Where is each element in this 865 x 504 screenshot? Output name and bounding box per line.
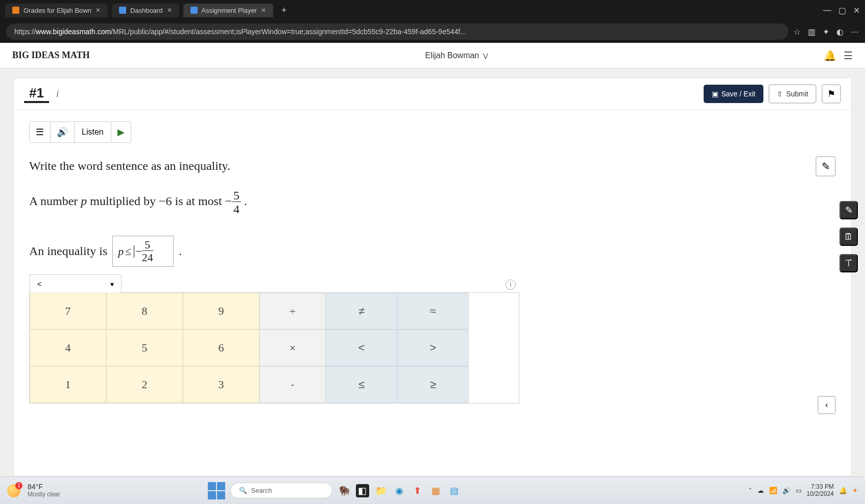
flag-icon: ⚑	[827, 88, 835, 99]
maximize-icon[interactable]: ▢	[838, 6, 846, 15]
star-icon[interactable]: ☆	[794, 27, 801, 37]
content-area: #1 i ▣ Save / Exit ⇧ Submit ⚑ ☰	[0, 68, 865, 476]
key-2[interactable]: 2	[106, 366, 183, 403]
scratchpad-button[interactable]: ✎	[815, 156, 836, 177]
url-prefix: https://	[14, 28, 36, 36]
pencil-icon: ✎	[822, 160, 830, 172]
key-ge[interactable]: ≥	[397, 366, 469, 403]
bell-icon[interactable]: 🔔	[824, 49, 836, 62]
question-body: ☰ 🔊 Listen ▶ ✎ Write the word sentence a…	[14, 110, 851, 415]
question-nav: #1 i ▣ Save / Exit ⇧ Submit ⚑	[14, 78, 851, 110]
prompt-fraction: 54	[232, 189, 241, 215]
new-tab-button[interactable]: +	[277, 5, 291, 16]
key-multiply[interactable]: ×	[259, 330, 326, 366]
fraction-denominator: 24	[142, 251, 153, 263]
highlighter-tool[interactable]: ✎	[839, 201, 858, 219]
question-panel: #1 i ▣ Save / Exit ⇧ Submit ⚑ ☰	[13, 78, 852, 476]
minimize-icon[interactable]: —	[823, 6, 831, 15]
close-icon[interactable]: ✕	[167, 7, 172, 14]
key-divide[interactable]: ÷	[259, 293, 326, 330]
start-button[interactable]	[208, 482, 225, 499]
fraction-numerator: 5	[142, 239, 153, 251]
clock[interactable]: 7:33 PM 10/2/2024	[807, 484, 834, 497]
key-ne[interactable]: ≠	[326, 293, 397, 330]
keypad-info-icon[interactable]: i	[506, 280, 516, 290]
extensions-icon[interactable]: ✦	[823, 27, 829, 37]
submit-button[interactable]: ⇧ Submit	[768, 84, 816, 104]
accessibility-tool[interactable]: ⊤̇	[839, 254, 858, 272]
reader-icon[interactable]: ▥	[808, 27, 815, 37]
profile-icon[interactable]: ◐	[836, 27, 844, 37]
windows-taskbar: 84°F Mostly clear 🔍 Search 🦬 ◧ 📁 ◉ ⬆ ▦ ▤…	[0, 476, 865, 504]
answer-sign: −	[135, 246, 141, 257]
key-9[interactable]: 9	[183, 293, 259, 330]
taskbar-search[interactable]: 🔍 Search	[230, 483, 332, 498]
key-6[interactable]: 6	[183, 330, 259, 366]
prompt-text: A number	[29, 194, 81, 208]
key-8[interactable]: 8	[106, 293, 183, 330]
key-approx[interactable]: ≈	[397, 293, 469, 330]
file-explorer-icon[interactable]: 📁	[374, 484, 388, 497]
prompt-line-2: A number p multiplied by −6 is at most −…	[29, 189, 836, 215]
wifi-icon[interactable]: 📶	[769, 487, 777, 494]
url-input[interactable]: https://www.bigideasmath.com/MRL/public/…	[6, 23, 788, 40]
close-icon[interactable]: ✕	[261, 7, 266, 14]
cloud-icon[interactable]: ☁	[757, 487, 764, 494]
submit-label: Submit	[786, 90, 808, 98]
browser-tab-grades[interactable]: Grades for Elijah Bown ✕	[5, 4, 108, 17]
listen-menu-button[interactable]: ☰	[29, 121, 51, 143]
keypad-tab[interactable]: < ▾	[30, 274, 122, 293]
menu-icon[interactable]: ⋯	[851, 27, 859, 37]
browser-tab-assignment[interactable]: Assignment Player ✕	[183, 4, 273, 17]
taskbar-app-1[interactable]: 🦬	[338, 484, 351, 497]
notes-tool[interactable]: 🗓	[839, 228, 858, 246]
math-keypad: < ▾ i 7 8 9 4 5 6 1 2 3 ÷ ×	[29, 292, 519, 404]
edge-icon[interactable]: ◉	[393, 484, 406, 497]
info-icon[interactable]: i	[56, 89, 59, 99]
keypad-tab-label: <	[37, 280, 41, 288]
key-3[interactable]: 3	[183, 366, 259, 403]
chevron-down-icon: ▾	[110, 280, 114, 288]
weather-widget[interactable]: 84°F Mostly clear	[28, 483, 60, 498]
close-icon[interactable]: ✕	[95, 7, 101, 14]
taskbar-app-4[interactable]: ▦	[429, 484, 443, 497]
taskbar-app-2[interactable]: ◧	[356, 484, 369, 497]
upload-icon: ⇧	[777, 90, 783, 98]
key-le[interactable]: ≤	[326, 366, 397, 403]
key-1[interactable]: 1	[30, 366, 106, 403]
temperature: 84°F	[28, 483, 60, 491]
key-5[interactable]: 5	[106, 330, 183, 366]
speaker-button[interactable]: 🔊	[51, 121, 75, 143]
chevron-down-icon: ⋁	[483, 52, 488, 59]
window-close-icon[interactable]: ✕	[853, 6, 860, 15]
collapse-keypad-button[interactable]: ‹	[818, 396, 836, 414]
flag-button[interactable]: ⚑	[822, 84, 841, 104]
question-number[interactable]: #1	[24, 85, 49, 103]
user-name: Elijah Bowman	[425, 51, 479, 60]
save-exit-button[interactable]: ▣ Save / Exit	[704, 85, 764, 103]
url-path: /MRL/public/app/#/student/assessment;isP…	[111, 28, 466, 36]
user-dropdown[interactable]: Elijah Bowman ⋁	[425, 51, 488, 60]
save-icon: ▣	[712, 90, 718, 98]
fraction-numerator: 5	[232, 189, 241, 202]
brand-logo[interactable]: BIG IDEAS MATH	[12, 50, 90, 61]
volume-icon[interactable]: 🔊	[782, 487, 790, 494]
key-minus[interactable]: -	[259, 366, 326, 403]
key-lt[interactable]: <	[326, 330, 397, 366]
key-7[interactable]: 7	[30, 293, 106, 330]
notification-icon[interactable]: 🔔	[839, 487, 847, 494]
browser-tab-dashboard[interactable]: Dashboard ✕	[112, 4, 179, 17]
app-menu-icon[interactable]: ☰	[844, 49, 853, 62]
key-gt[interactable]: >	[397, 330, 469, 366]
number-pad: 7 8 9 4 5 6 1 2 3	[30, 293, 259, 403]
key-4[interactable]: 4	[30, 330, 106, 366]
tray-chevron-icon[interactable]: ˄	[749, 487, 752, 494]
taskbar-app-3[interactable]: ⬆	[411, 484, 424, 497]
weather-icon[interactable]	[7, 484, 20, 497]
play-button[interactable]: ▶	[111, 121, 131, 143]
taskbar-app-5[interactable]: ▤	[448, 484, 461, 497]
battery-icon[interactable]: ▭	[796, 487, 802, 494]
search-icon: 🔍	[239, 487, 247, 494]
copilot-icon[interactable]: ✦	[852, 487, 858, 494]
answer-input[interactable]: p ≤ − 524	[112, 236, 174, 267]
